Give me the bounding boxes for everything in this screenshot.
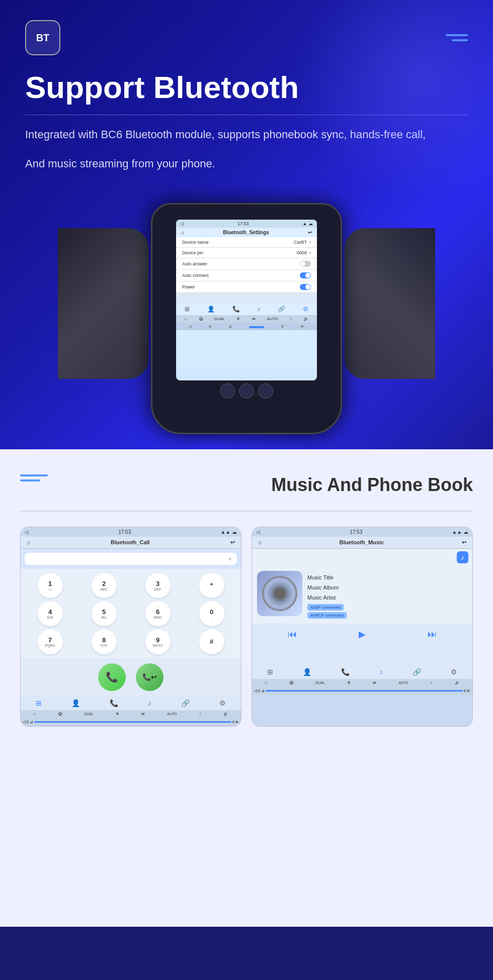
phone-home-icon[interactable]: ⌂ [27, 539, 30, 545]
left-arrow[interactable]: ◁ [189, 324, 192, 329]
dial-key-9[interactable]: 9WXYZ [145, 629, 171, 654]
phone-nav-person[interactable]: 👤 [71, 699, 80, 707]
mu-ctrl-vol[interactable]: 🔊 [455, 680, 460, 685]
phone-back-icon[interactable]: ↩ [230, 539, 235, 546]
nav-menu-icon[interactable]: ⊞ [185, 306, 190, 313]
ph-ctrl-home[interactable]: ⌂ [33, 712, 36, 716]
mu-ctrl-curve[interactable]: ↕ [431, 680, 433, 685]
nav-phone-icon[interactable]: 📞 [232, 306, 240, 313]
mu-left-arr[interactable]: ◁ [254, 689, 257, 693]
mu-fan[interactable]: ⊿ [261, 689, 265, 693]
music-home-icon[interactable]: ⌂ [258, 539, 262, 545]
auto-answer-row[interactable]: Auto answer [176, 258, 317, 270]
mu-temp-slider[interactable] [266, 690, 463, 692]
right-ctrl[interactable]: ⊳ [301, 324, 304, 329]
dial-key-8[interactable]: 8TUV [92, 629, 117, 654]
auto-connect-toggle[interactable] [300, 272, 311, 278]
nav-music-icon[interactable]: ♪ [257, 306, 260, 313]
fan-icon[interactable]: ⊿ [228, 324, 232, 329]
music-nav-phone[interactable]: 📞 [341, 668, 350, 676]
ph-ctrl-curve[interactable]: ↕ [199, 712, 201, 716]
ph-ctrl-vol[interactable]: 🔊 [223, 712, 228, 716]
dial-key-3[interactable]: 3DEF [145, 573, 171, 598]
power-row[interactable]: Power [176, 281, 317, 293]
dial-key-7[interactable]: 7PQRS [38, 629, 63, 654]
dial-key-2[interactable]: 2ABC [92, 573, 117, 598]
phone-nav-link[interactable]: 🔗 [181, 699, 190, 707]
mu-ctrl-arrows[interactable]: ⇌ [373, 680, 376, 685]
redial-button[interactable]: 📞↩ [136, 663, 163, 691]
dial-key-star[interactable]: * [199, 573, 224, 598]
mu-right-arr[interactable]: ⊳ [467, 689, 470, 693]
nav-person-icon[interactable]: 👤 [207, 306, 215, 313]
next-track-btn[interactable]: ⏭ [428, 629, 437, 640]
power-toggle[interactable] [300, 284, 311, 290]
ph-temp-slider[interactable] [34, 721, 231, 723]
device-pin-chevron [309, 250, 311, 255]
hamburger-line-2 [452, 39, 468, 41]
ctrl-btn-1[interactable] [220, 383, 235, 399]
call-button[interactable]: 📞 [98, 663, 126, 691]
dial-key-4[interactable]: 4GHI [38, 601, 63, 626]
phone-bottom-nav: ⊞ 👤 📞 ♪ 🔗 ⚙ [21, 696, 241, 710]
mu-ctrl-home[interactable]: ⌂ [265, 680, 267, 685]
music-controls: ⏮ ▶ ⏭ [252, 624, 472, 645]
auto-connect-row[interactable]: Auto connect [176, 270, 317, 281]
nav-settings-icon[interactable]: ⚙ [303, 306, 308, 313]
dial-key-hash[interactable]: # [199, 629, 224, 654]
mu-ctrl-power[interactable]: ⏻ [289, 680, 293, 685]
music-back-arrow[interactable]: ◁ [256, 529, 260, 535]
ctrl-snow[interactable]: ❄ [236, 317, 240, 321]
dial-key-5[interactable]: 5JKL [92, 601, 117, 626]
music-filler [252, 645, 472, 665]
description-line2: And music streaming from your phone. [25, 154, 468, 173]
ctrl-volume[interactable]: 🔊 [303, 317, 308, 321]
play-btn[interactable]: ▶ [359, 629, 366, 640]
music-nav-settings[interactable]: ⚙ [451, 668, 457, 676]
back-icon[interactable]: ↩ [308, 230, 312, 235]
music-nav-link[interactable]: 🔗 [413, 668, 421, 676]
ctrl-btn-3[interactable] [258, 383, 273, 399]
screen-temp-bar: ◁ 0 ⊿ 0 ⊳ [176, 323, 317, 330]
dial-key-6[interactable]: 6MNO [145, 601, 171, 626]
ctrl-curve[interactable]: ↕ [290, 317, 292, 321]
device-name-row[interactable]: Device name CarBT [176, 237, 317, 248]
phone-back-arrow[interactable]: ◁ [25, 529, 29, 535]
ctrl-arrow[interactable]: ⇌ [252, 317, 256, 321]
music-back-icon[interactable]: ↩ [462, 539, 466, 546]
screen-control-bar: ⌂ ⏻ DUAL ❄ ⇌ AUTO ↕ 🔊 [176, 315, 317, 323]
section-hamburger-icon[interactable] [20, 474, 48, 481]
prev-track-btn[interactable]: ⏮ [288, 629, 297, 640]
auto-answer-toggle[interactable] [300, 261, 311, 267]
mu-ctrl-snow[interactable]: ❄ [347, 680, 351, 685]
ctrl-power[interactable]: ⏻ [199, 317, 203, 321]
phone-nav-settings[interactable]: ⚙ [219, 699, 226, 707]
home-icon[interactable]: ⌂ [181, 230, 184, 235]
ph-ctrl-arrows[interactable]: ⇌ [141, 712, 145, 716]
music-note-button[interactable]: ♪ [457, 551, 468, 563]
clear-input-icon[interactable] [228, 556, 232, 562]
dial-key-0[interactable]: 0- [199, 601, 224, 626]
ph-ctrl-power[interactable]: ⏻ [58, 712, 62, 716]
device-name-chevron [309, 240, 311, 245]
phone-nav-music[interactable]: ♪ [148, 699, 151, 707]
dial-key-1[interactable]: 1— [38, 573, 63, 598]
ctrl-btn-2[interactable] [239, 383, 254, 399]
ctrl-home[interactable]: ⌂ [185, 317, 187, 321]
screen-title: Bluetooth_Settings [223, 230, 269, 235]
ph-fan[interactable]: ⊿ [30, 720, 33, 724]
music-nav-person[interactable]: 👤 [303, 668, 311, 676]
phone-nav-grid[interactable]: ⊞ [36, 699, 42, 707]
hamburger-menu-icon[interactable] [446, 34, 468, 41]
back-arrow-btn[interactable]: ◁ [180, 221, 184, 226]
device-pin-row[interactable]: Device pin 0000 [176, 248, 317, 258]
ph-ctrl-snow[interactable]: ❄ [116, 712, 119, 716]
music-nav-music[interactable]: ♪ [379, 668, 383, 676]
nav-link-icon[interactable]: 🔗 [278, 306, 285, 313]
phone-nav-phone[interactable]: 📞 [110, 699, 118, 707]
phone-input[interactable] [25, 553, 237, 565]
music-nav-grid[interactable]: ⊞ [267, 668, 273, 676]
ph-right-arr[interactable]: ⊳ [235, 720, 239, 724]
phone-time: 17:53 [118, 529, 131, 535]
ph-left-arr[interactable]: ◁ [23, 720, 26, 724]
